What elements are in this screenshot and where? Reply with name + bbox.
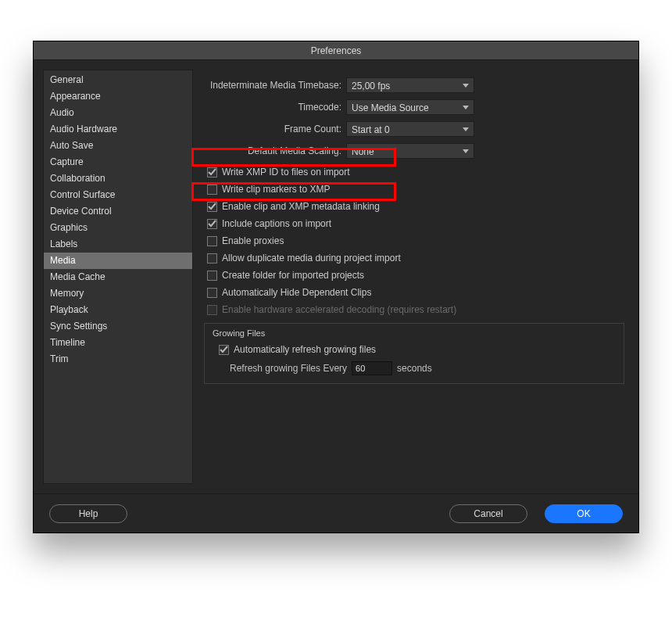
checkbox-icon <box>207 185 217 195</box>
sidebar-item-memory[interactable]: Memory <box>44 285 192 302</box>
include-captions-label: Include captions on import <box>222 218 331 229</box>
auto-hide-clips-row[interactable]: Automatically Hide Dependent Clips <box>204 284 624 301</box>
auto-refresh-label: Automatically refresh growing files <box>234 344 376 355</box>
timecode-value: Use Media Source <box>352 102 429 113</box>
chevron-down-icon <box>463 149 469 153</box>
checkbox-icon <box>207 271 217 281</box>
checkbox-icon <box>207 219 217 229</box>
sidebar-item-auto-save[interactable]: Auto Save <box>44 138 192 154</box>
create-folder-label: Create folder for imported projects <box>222 270 364 281</box>
write-markers-row[interactable]: Write clip markers to XMP <box>204 181 624 198</box>
create-folder-row[interactable]: Create folder for imported projects <box>204 267 624 284</box>
help-button[interactable]: Help <box>49 504 127 523</box>
cancel-button[interactable]: Cancel <box>449 504 527 523</box>
sidebar-item-device-control[interactable]: Device Control <box>44 203 192 220</box>
sidebar-item-control-surface[interactable]: Control Surface <box>44 187 192 203</box>
write-xmp-id-row[interactable]: Write XMP ID to files on import <box>204 163 624 181</box>
checkbox-icon <box>219 345 229 355</box>
timecode-label: Timecode: <box>204 102 346 113</box>
hw-decode-label: Enable hardware accelerated decoding (re… <box>222 304 456 315</box>
sidebar-item-sync-settings[interactable]: Sync Settings <box>44 318 192 335</box>
framecount-label: Frame Count: <box>204 124 346 134</box>
sidebar-item-media-cache[interactable]: Media Cache <box>44 269 192 285</box>
sidebar-item-playback[interactable]: Playback <box>44 302 192 318</box>
sidebar-item-labels[interactable]: Labels <box>44 236 192 253</box>
sidebar-item-trim[interactable]: Trim <box>44 351 192 368</box>
enable-xmp-linking-label: Enable clip and XMP metadata linking <box>222 201 380 212</box>
sidebar-item-collaboration[interactable]: Collaboration <box>44 170 192 187</box>
preferences-dialog: Preferences GeneralAppearanceAudioAudio … <box>33 41 639 533</box>
hw-decode-row: Enable hardware accelerated decoding (re… <box>204 301 624 318</box>
timecode-select[interactable]: Use Media Source <box>346 99 474 115</box>
growing-files-title: Growing Files <box>213 328 616 338</box>
checkbox-icon <box>207 202 217 212</box>
framecount-value: Start at 0 <box>352 124 390 135</box>
write-xmp-id-label: Write XMP ID to files on import <box>222 167 350 178</box>
include-captions-row[interactable]: Include captions on import <box>204 215 624 232</box>
checkbox-icon <box>207 253 217 264</box>
growing-files-group: Growing Files Automatically refresh grow… <box>204 323 624 384</box>
sidebar-item-graphics[interactable]: Graphics <box>44 220 192 236</box>
refresh-seconds-label: seconds <box>397 363 432 374</box>
refresh-seconds-input[interactable] <box>352 361 392 375</box>
framecount-select[interactable]: Start at 0 <box>346 121 474 137</box>
auto-hide-clips-label: Automatically Hide Dependent Clips <box>222 287 371 298</box>
default-scaling-label: Default Media Scaling: <box>204 145 346 156</box>
checkbox-icon <box>207 305 217 315</box>
dialog-footer: Help Cancel OK <box>34 493 638 533</box>
indeterminate-timebase-select[interactable]: 25,00 fps <box>346 77 474 93</box>
auto-refresh-row[interactable]: Automatically refresh growing files <box>213 341 616 358</box>
indeterminate-timebase-value: 25,00 fps <box>352 81 390 91</box>
enable-proxies-label: Enable proxies <box>222 235 284 246</box>
allow-duplicate-label: Allow duplicate media during project imp… <box>222 253 401 264</box>
preferences-sidebar: GeneralAppearanceAudioAudio HardwareAuto… <box>43 70 193 484</box>
enable-proxies-row[interactable]: Enable proxies <box>204 232 624 249</box>
default-scaling-select[interactable]: None <box>346 143 474 159</box>
chevron-down-icon <box>463 127 469 131</box>
checkbox-icon <box>207 167 217 178</box>
dialog-body: GeneralAppearanceAudioAudio HardwareAuto… <box>34 60 638 493</box>
sidebar-item-appearance[interactable]: Appearance <box>44 88 192 105</box>
checkbox-icon <box>207 236 217 246</box>
indeterminate-timebase-label: Indeterminate Media Timebase: <box>204 80 346 91</box>
sidebar-item-media[interactable]: Media <box>44 253 192 269</box>
default-scaling-value: None <box>352 146 374 157</box>
sidebar-item-timeline[interactable]: Timeline <box>44 335 192 351</box>
allow-duplicate-row[interactable]: Allow duplicate media during project imp… <box>204 249 624 267</box>
sidebar-item-capture[interactable]: Capture <box>44 154 192 170</box>
refresh-every-label: Refresh growing Files Every <box>230 363 347 374</box>
sidebar-item-audio-hardware[interactable]: Audio Hardware <box>44 121 192 138</box>
write-markers-label: Write clip markers to XMP <box>222 184 330 195</box>
enable-xmp-linking-row[interactable]: Enable clip and XMP metadata linking <box>204 198 624 215</box>
checkbox-icon <box>207 288 217 298</box>
chevron-down-icon <box>463 84 469 88</box>
sidebar-item-audio[interactable]: Audio <box>44 105 192 121</box>
dialog-title: Preferences <box>34 41 638 60</box>
media-preferences-panel: Indeterminate Media Timebase: 25,00 fps … <box>193 60 638 493</box>
sidebar-item-general[interactable]: General <box>44 72 192 88</box>
chevron-down-icon <box>463 106 469 109</box>
ok-button[interactable]: OK <box>545 504 623 523</box>
